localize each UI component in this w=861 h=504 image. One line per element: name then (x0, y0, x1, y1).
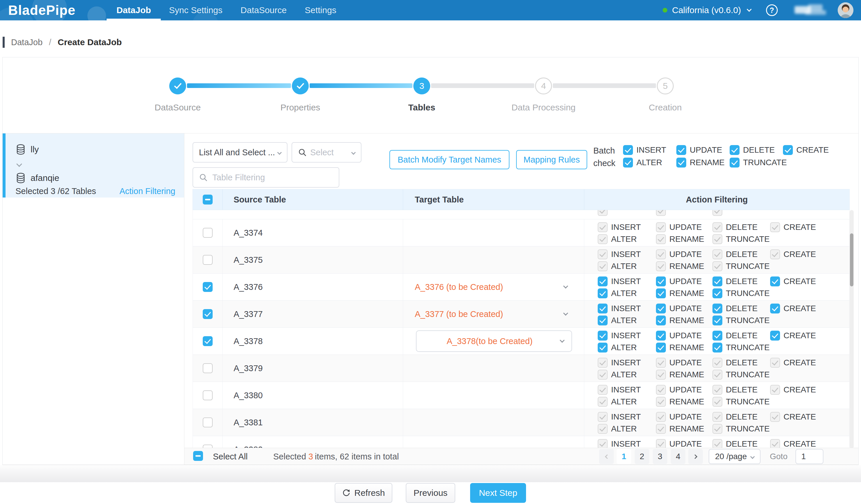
action-checkbox-truncate[interactable] (712, 315, 722, 325)
action-label: ALTER (611, 397, 637, 406)
action-label: ALTER (611, 234, 637, 244)
action-checkbox-alter[interactable] (598, 315, 607, 325)
action-checkbox-create[interactable] (770, 276, 780, 286)
action-checkbox-alter[interactable] (598, 288, 607, 298)
list-mode-select[interactable]: List All and Select ... (193, 142, 287, 163)
select-all-checkbox[interactable] (193, 451, 203, 461)
breadcrumb-link-datajob[interactable]: DataJob (11, 38, 42, 47)
action-checkbox-insert[interactable] (623, 145, 633, 155)
pagination-next-button[interactable] (688, 449, 703, 464)
action-checkbox-rename[interactable] (656, 288, 666, 298)
column-select[interactable]: Select (291, 142, 361, 163)
select-placeholder: Select (310, 148, 348, 157)
action-checkbox-delete[interactable] (712, 331, 722, 341)
next-step-button[interactable]: Next Step (470, 483, 526, 503)
row-checkbox[interactable] (203, 255, 213, 265)
action-label: CREATE (783, 277, 816, 286)
action-checkbox-update[interactable] (676, 145, 686, 155)
action-label: INSERT (611, 358, 641, 367)
pagination-page-1[interactable]: 1 (617, 449, 631, 464)
tables-table: Source Table Target Table Action Filteri… (193, 189, 850, 448)
refresh-button[interactable]: Refresh (335, 483, 392, 503)
row-checkbox[interactable] (203, 309, 213, 319)
chevron-down-icon[interactable] (747, 7, 752, 12)
row-checkbox[interactable] (203, 282, 213, 292)
action-checkbox-create[interactable] (770, 303, 780, 313)
nav-menu-item[interactable]: DataJob (117, 0, 151, 21)
batch-check-label: Batch check (593, 145, 615, 169)
row-checkbox[interactable] (203, 390, 213, 400)
datasource-pair-card[interactable]: lly afanqie Selected 3 /62 Tables (3, 133, 184, 197)
brand-logo[interactable]: BladePipe (8, 0, 76, 21)
goto-label: Goto (770, 449, 788, 464)
goto-page-input[interactable] (795, 449, 823, 464)
pagination-page-2[interactable]: 2 (635, 449, 649, 464)
action-checkbox-rename (656, 424, 666, 434)
step-circle: 5 (657, 78, 674, 94)
nav-menu-item[interactable]: Sync Settings (169, 0, 222, 21)
action-label: ALTER (611, 289, 637, 298)
action-label: UPDATE (669, 358, 702, 367)
select-all-header-checkbox[interactable] (203, 195, 213, 205)
action-label: TRUNCATE (726, 289, 769, 298)
previous-button[interactable]: Previous (406, 483, 455, 503)
nav-menu-item[interactable]: Settings (305, 0, 336, 21)
target-table-select[interactable]: A_3378(to be Created) (416, 330, 572, 352)
action-checkbox-rename[interactable] (656, 315, 666, 325)
pagination-prev-button[interactable] (599, 449, 614, 464)
action-checkbox-insert[interactable] (598, 276, 607, 286)
action-checkbox-rename[interactable] (676, 158, 686, 167)
action-checkbox-rename[interactable] (656, 343, 666, 353)
chevron-down-icon[interactable] (563, 284, 568, 289)
column-header-action-filtering: Action Filtering (584, 189, 849, 210)
action-checkbox-update[interactable] (656, 331, 666, 341)
action-checkbox-update[interactable] (656, 303, 666, 313)
action-checkbox-create[interactable] (783, 145, 793, 155)
action-checkbox-delete[interactable] (712, 303, 722, 313)
refresh-icon (342, 489, 351, 497)
action-checkbox-update[interactable] (656, 276, 666, 286)
action-label: CREATE (783, 250, 816, 259)
action-label: DELETE (726, 439, 757, 448)
row-checkbox[interactable] (203, 228, 213, 238)
row-checkbox[interactable] (203, 363, 213, 373)
action-checkbox-insert[interactable] (598, 303, 607, 313)
target-table-name[interactable]: A_3377 (to be Created) (415, 309, 503, 319)
nav-menu-item[interactable]: DataSource (241, 0, 287, 21)
vertical-scrollbar-thumb[interactable] (850, 233, 853, 286)
action-checkbox-delete[interactable] (712, 276, 722, 286)
row-checkbox[interactable] (203, 336, 213, 346)
sidebar: lly afanqie Selected 3 /62 Tables (3, 133, 184, 465)
pagination-page-3[interactable]: 3 (653, 449, 667, 464)
action-label: INSERT (611, 331, 641, 340)
action-checkbox-truncate[interactable] (712, 288, 722, 298)
breadcrumb: DataJob / Create DataJob (0, 32, 861, 52)
user-avatar[interactable] (838, 2, 853, 18)
page-actions: Refresh Previous Next Step (0, 483, 861, 503)
action-checkbox-truncate[interactable] (712, 343, 722, 353)
stepper-step: 4 Data Processing (500, 78, 587, 112)
page-size-select[interactable]: 20 /page (709, 449, 761, 464)
row-checkbox[interactable] (203, 418, 213, 427)
action-checkbox-create (770, 385, 780, 395)
clipped-checkbox (712, 210, 722, 216)
action-filtering-link[interactable]: Action Filtering (120, 187, 175, 196)
action-checkbox-truncate[interactable] (730, 158, 740, 167)
table-filter-input[interactable] (212, 173, 333, 183)
mapping-rules-button[interactable]: Mapping Rules (516, 150, 587, 169)
action-checkbox-delete[interactable] (730, 145, 740, 155)
pagination-page-4[interactable]: 4 (671, 449, 685, 464)
nav-menu: DataJob Sync Settings DataSource Setting… (117, 0, 337, 21)
target-table-name[interactable]: A_3376 (to be Created) (415, 282, 503, 292)
source-db-row: lly (15, 144, 39, 155)
region-selector[interactable]: California (v0.6.0) (672, 5, 741, 15)
action-label: RENAME (669, 424, 704, 434)
chevron-down-icon[interactable] (563, 311, 568, 316)
help-icon[interactable]: ? (766, 4, 778, 16)
batch-modify-target-names-button[interactable]: Batch Modify Target Names (390, 150, 509, 169)
action-checkbox-insert[interactable] (598, 331, 607, 341)
action-checkbox-create[interactable] (770, 331, 780, 341)
table-row: A_3374 INSERTUPDATEDELETECREATE ALTERREN… (193, 219, 849, 246)
action-checkbox-alter[interactable] (598, 343, 607, 353)
action-checkbox-alter[interactable] (623, 158, 633, 167)
